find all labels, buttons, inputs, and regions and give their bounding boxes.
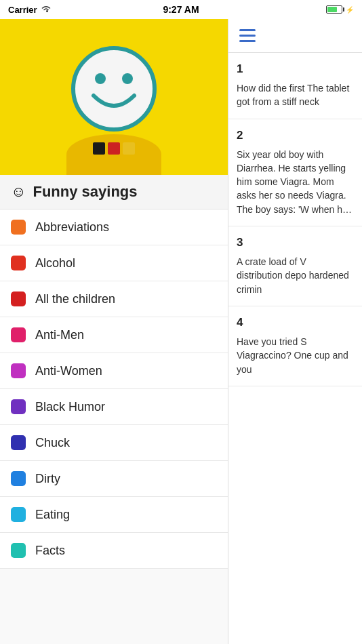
category-label: Facts — [35, 544, 65, 558]
smiley-shadow — [66, 134, 161, 175]
title-row: ☺ Funny sayings — [0, 175, 228, 209]
app-title: Funny sayings — [33, 183, 137, 201]
dot-yellow — [123, 142, 135, 155]
joke-number: 4 — [237, 316, 354, 329]
joke-number: 1 — [237, 62, 354, 76]
joke-text: How did the first The tablet got from a … — [237, 81, 354, 109]
joke-text: Have you tried S Viagraccino? One cup an… — [237, 335, 354, 376]
category-color-dot — [11, 327, 26, 342]
category-color-dot — [11, 471, 26, 486]
hamburger-line — [239, 29, 256, 31]
category-label: Anti-Men — [35, 328, 84, 342]
category-label: Abbreviations — [35, 220, 109, 235]
category-color-dot — [11, 363, 26, 378]
main-content: ☺ Funny sayings Abbreviations Alcohol Al… — [0, 19, 362, 644]
hamburger-line — [239, 35, 256, 37]
list-item[interactable]: Abbreviations — [0, 209, 228, 245]
time-label: 9:27 AM — [163, 4, 199, 15]
category-color-dot — [11, 291, 26, 306]
category-label: Anti-Women — [35, 364, 102, 378]
list-item[interactable]: All the children — [0, 281, 228, 317]
color-dots — [93, 142, 135, 155]
category-list: Abbreviations Alcohol All the children A… — [0, 209, 228, 644]
joke-item[interactable]: 3 A crate load of V distribution depo ha… — [228, 226, 362, 306]
category-label: Dirty — [35, 472, 60, 486]
right-panel: 1 How did the first The tablet got from … — [228, 19, 362, 644]
svg-point-1 — [95, 73, 106, 84]
category-label: All the children — [35, 292, 115, 306]
wifi-icon — [41, 4, 52, 15]
list-item[interactable]: Dirty — [0, 461, 228, 497]
category-label: Eating — [35, 508, 70, 522]
hamburger-button[interactable] — [239, 29, 256, 42]
joke-text: A crate load of V distribution depo hard… — [237, 255, 354, 296]
joke-item[interactable]: 1 How did the first The tablet got from … — [228, 53, 362, 119]
right-header — [228, 19, 362, 53]
header-banner — [0, 19, 228, 175]
list-item[interactable]: Alcohol — [0, 245, 228, 281]
battery-icon — [326, 5, 342, 14]
category-color-dot — [11, 256, 26, 270]
joke-number: 2 — [237, 129, 354, 142]
svg-point-2 — [122, 73, 133, 84]
list-item[interactable]: Anti-Men — [0, 317, 228, 353]
dot-red — [108, 142, 120, 155]
svg-point-0 — [73, 48, 155, 129]
title-smiley-icon: ☺ — [11, 183, 26, 201]
category-label: Chuck — [35, 436, 70, 450]
list-item[interactable]: Anti-Women — [0, 353, 228, 389]
list-item[interactable]: Black Humor — [0, 389, 228, 425]
jokes-list: 1 How did the first The tablet got from … — [228, 53, 362, 644]
hamburger-line — [239, 40, 256, 42]
category-color-dot — [11, 220, 26, 235]
joke-number: 3 — [237, 236, 354, 249]
status-bar: Carrier 9:27 AM ⚡ — [0, 0, 362, 19]
category-label: Black Humor — [35, 400, 105, 414]
joke-item[interactable]: 2 Six year old boy with Diarrhea. He sta… — [228, 119, 362, 226]
list-item[interactable]: Eating — [0, 497, 228, 533]
list-item[interactable]: Facts — [0, 533, 228, 569]
joke-item[interactable]: 4 Have you tried S Viagraccino? One cup … — [228, 306, 362, 386]
joke-text: Six year old boy with Diarrhea. He start… — [237, 148, 354, 216]
list-item[interactable]: Chuck — [0, 425, 228, 461]
category-color-dot — [11, 507, 26, 522]
category-color-dot — [11, 543, 26, 558]
category-color-dot — [11, 399, 26, 414]
charging-icon: ⚡ — [346, 6, 354, 14]
left-panel: ☺ Funny sayings Abbreviations Alcohol Al… — [0, 19, 228, 644]
category-label: Alcohol — [35, 256, 75, 270]
category-color-dot — [11, 435, 26, 450]
smiley-face — [70, 45, 158, 136]
dot-black — [93, 142, 105, 155]
carrier-label: Carrier — [8, 5, 37, 15]
